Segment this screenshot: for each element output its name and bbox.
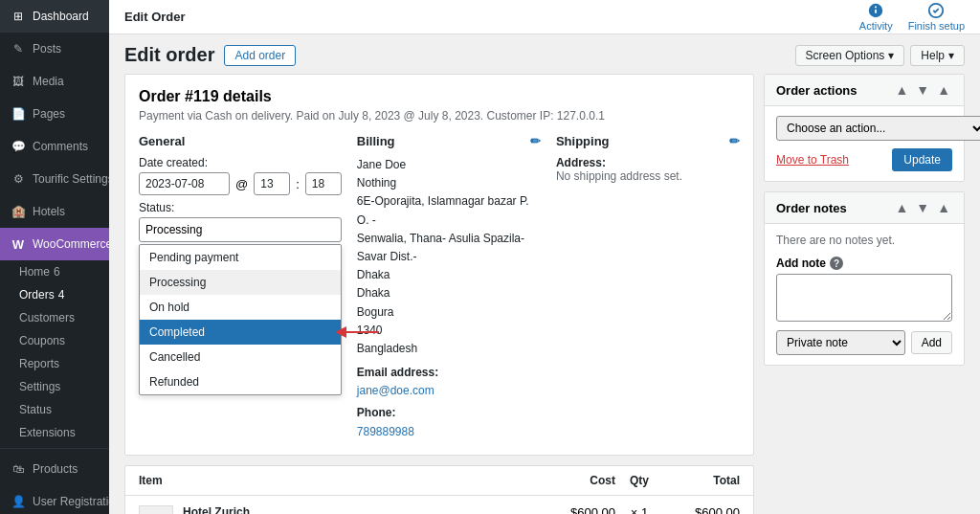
item-thumbnail xyxy=(139,505,173,514)
sidebar-item-hotels[interactable]: 🏨 Hotels xyxy=(0,195,109,228)
comments-icon: 💬 xyxy=(10,138,27,155)
col-cost: Cost xyxy=(539,474,615,487)
help-button[interactable]: Help ▾ xyxy=(910,45,965,66)
products-icon: 🛍 xyxy=(10,460,27,478)
sidebar-item-media[interactable]: 🖼 Media xyxy=(0,65,109,98)
status-select-wrap: Pending payment Processing On hold Compl… xyxy=(139,217,342,242)
order-title: Order #119 details xyxy=(139,88,740,105)
date-row: @ : xyxy=(139,172,342,195)
posts-icon: ✎ xyxy=(10,40,27,57)
order-actions-title: Order actions xyxy=(776,83,858,98)
billing-country: Bangladesh xyxy=(357,340,541,358)
billing-email[interactable]: jane@doe.com xyxy=(357,384,434,397)
shipping-info: Address: No shipping address set. xyxy=(556,156,740,183)
notes-panel-close[interactable]: ▲ xyxy=(935,200,952,215)
sidebar-item-user-registration[interactable]: 👤 User Registration xyxy=(0,485,109,514)
section-shipping: Shipping ✏ Address: No shipping address … xyxy=(556,134,740,441)
sidebar-item-orders[interactable]: Orders 4 xyxy=(0,283,109,306)
finish-icon xyxy=(927,2,945,19)
dropdown-refunded[interactable]: Refunded xyxy=(140,369,341,394)
chevron-down-icon: ▾ xyxy=(888,49,894,62)
shipping-address-value: No shipping address set. xyxy=(556,169,682,183)
col-qty: Qty xyxy=(615,474,663,487)
notes-panel-down[interactable]: ▼ xyxy=(914,200,931,215)
note-textarea[interactable] xyxy=(776,274,952,322)
order-actions-header: Order actions ▲ ▼ ▲ xyxy=(765,75,964,106)
status-label: Status: xyxy=(139,201,342,214)
order-notes-body: There are no notes yet. Add note ? Priva… xyxy=(765,224,964,365)
sidebar-item-dashboard[interactable]: ⊞ Dashboard xyxy=(0,0,109,33)
item-cost: $600.00 xyxy=(539,505,615,514)
topbar-actions: Activity Finish setup xyxy=(859,2,965,32)
sidebar-item-extensions[interactable]: Extensions xyxy=(0,421,109,444)
order-notes-title: Order notes xyxy=(776,201,847,215)
sidebar-item-status[interactable]: Status xyxy=(0,398,109,421)
billing-section-title: Billing ✏ xyxy=(357,134,541,148)
topbar-title: Edit Order xyxy=(124,10,186,24)
time-hour-input[interactable] xyxy=(254,172,290,195)
time-min-input[interactable] xyxy=(305,172,342,195)
activity-button[interactable]: Activity xyxy=(859,2,893,32)
item-details: Hotel Zurich Room Name: Double Room Numb… xyxy=(183,505,539,514)
sidebar-item-comments[interactable]: 💬 Comments xyxy=(0,130,109,163)
panel-controls-actions: ▲ ▼ ▲ xyxy=(893,82,952,98)
shipping-edit-icon[interactable]: ✏ xyxy=(729,134,740,148)
billing-company: Nothing xyxy=(357,174,541,192)
note-type-select[interactable]: Private note Note to customer xyxy=(776,330,905,355)
order-action-select[interactable]: Choose an action... Email invoice Regene… xyxy=(776,116,980,141)
update-button[interactable]: Update xyxy=(892,148,952,171)
order-notes-header: Order notes ▲ ▼ ▲ xyxy=(765,192,964,224)
table-row: Hotel Zurich Room Name: Double Room Numb… xyxy=(125,496,753,514)
page-title: Edit order xyxy=(124,44,214,66)
sidebar-item-tourific[interactable]: ⚙ Tourific Settings xyxy=(0,163,109,195)
tourific-icon: ⚙ xyxy=(10,170,27,188)
sidebar-item-posts[interactable]: ✎ Posts xyxy=(0,33,109,65)
sidebar-item-settings[interactable]: Settings xyxy=(0,375,109,398)
dropdown-onhold[interactable]: On hold xyxy=(140,295,341,320)
dashboard-icon: ⊞ xyxy=(10,8,27,25)
order-details-card: Order #119 details Payment via Cash on d… xyxy=(124,74,754,456)
dropdown-pending[interactable]: Pending payment xyxy=(140,245,341,270)
panel-collapse-down[interactable]: ▼ xyxy=(914,82,931,98)
user-reg-icon: 👤 xyxy=(10,493,27,510)
date-input[interactable] xyxy=(139,172,230,195)
panel-close[interactable]: ▲ xyxy=(935,82,952,98)
dropdown-completed[interactable]: Completed xyxy=(140,320,341,345)
billing-phone[interactable]: 789889988 xyxy=(357,425,414,438)
sidebar-item-coupons[interactable]: Coupons xyxy=(0,329,109,352)
move-to-trash-link[interactable]: Move to Trash xyxy=(776,153,849,167)
status-select[interactable]: Pending payment Processing On hold Compl… xyxy=(139,217,342,242)
notes-panel-up[interactable]: ▲ xyxy=(893,200,910,215)
screen-options-button[interactable]: Screen Options ▾ xyxy=(795,45,905,66)
col-total: Total xyxy=(663,474,740,487)
section-billing: Billing ✏ Jane Doe Nothing 6E-Oporajita,… xyxy=(357,134,541,441)
date-label: Date created: xyxy=(139,156,342,169)
pages-icon: 📄 xyxy=(10,105,27,123)
sidebar-item-pages[interactable]: 📄 Pages xyxy=(0,98,109,130)
finish-setup-button[interactable]: Finish setup xyxy=(908,2,965,32)
dropdown-cancelled[interactable]: Cancelled xyxy=(140,345,341,369)
dropdown-processing[interactable]: Processing xyxy=(140,270,341,295)
billing-state: Dhaka xyxy=(357,284,541,302)
order-actions-body: Choose an action... Email invoice Regene… xyxy=(765,106,964,181)
sidebar-item-woocommerce[interactable]: W WooCommerce xyxy=(0,228,109,260)
add-note-button[interactable]: Add xyxy=(911,331,952,354)
sidebar-item-products[interactable]: 🛍 Products xyxy=(0,453,109,485)
item-total: $600.00 xyxy=(663,505,740,514)
billing-name: Jane Doe xyxy=(357,156,541,174)
status-dropdown: Pending payment Processing On hold Compl… xyxy=(139,244,342,395)
shipping-section-title: Shipping ✏ xyxy=(556,134,740,148)
billing-edit-icon[interactable]: ✏ xyxy=(530,134,541,148)
sidebar-item-customers[interactable]: Customers xyxy=(0,306,109,329)
add-order-button[interactable]: Add order xyxy=(224,45,296,66)
billing-address2: Senwalia, Thana- Asulia Spazila- Savar D… xyxy=(357,230,541,266)
sidebar-item-reports[interactable]: Reports xyxy=(0,352,109,375)
hotels-icon: 🏨 xyxy=(10,203,27,220)
media-icon: 🖼 xyxy=(10,73,27,90)
sidebar-item-home[interactable]: Home 6 xyxy=(0,260,109,283)
panel-collapse-up[interactable]: ▲ xyxy=(893,82,910,98)
activity-icon xyxy=(867,2,884,19)
notes-empty-text: There are no notes yet. xyxy=(776,234,952,247)
header-options: Screen Options ▾ Help ▾ xyxy=(795,45,965,66)
main-content: Edit Order Activity Finish setup Edit or… xyxy=(109,0,980,514)
